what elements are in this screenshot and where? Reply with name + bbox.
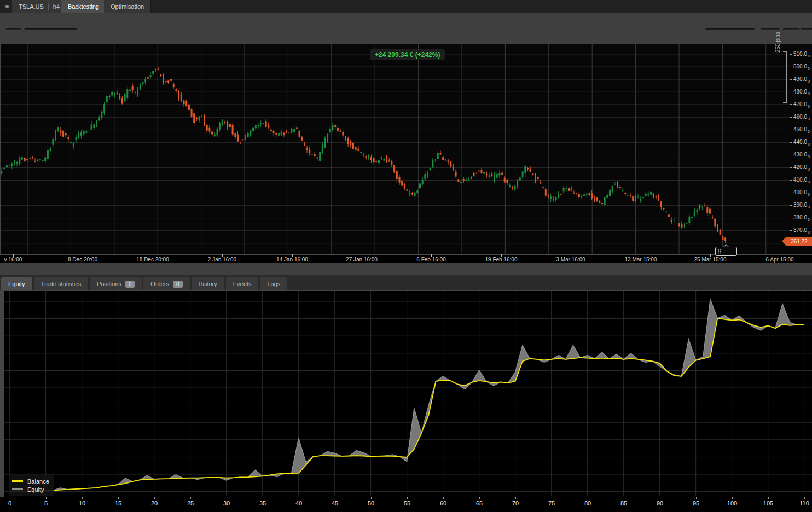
equity-x-tick-mark bbox=[804, 497, 805, 499]
time-tick-label: 18 Dec 20:00 bbox=[136, 257, 169, 263]
status-dot-icon bbox=[5, 5, 9, 8]
time-axis[interactable] bbox=[0, 254, 812, 263]
tab-logs[interactable]: Logs bbox=[260, 277, 287, 290]
equity-x-tick-label: 60 bbox=[440, 500, 446, 507]
price-tick-label: 450.00 bbox=[790, 126, 810, 133]
time-tick-label: 8 Dec 20:00 bbox=[68, 257, 97, 263]
price-tick-label: 440.00 bbox=[790, 139, 810, 146]
equity-x-tick-label: 100 bbox=[727, 500, 737, 507]
price-tag-arrow-icon bbox=[782, 237, 786, 246]
equity-x-tick-label: 30 bbox=[223, 500, 230, 507]
symbol-label: TSLA.US bbox=[19, 3, 44, 10]
tick-mark bbox=[790, 92, 792, 92]
price-tick-label: 500.00 bbox=[790, 63, 810, 70]
legend-swatch bbox=[12, 488, 23, 490]
price-tick-label: 420.00 bbox=[790, 165, 810, 171]
equity-x-tick-label: 40 bbox=[295, 500, 302, 507]
equity-x-tick-mark bbox=[552, 497, 552, 499]
tick-mark bbox=[790, 193, 792, 193]
price-tick-label: 410.00 bbox=[790, 177, 810, 184]
equity-x-tick-mark bbox=[515, 497, 516, 499]
equity-x-tick-mark bbox=[768, 497, 769, 499]
time-tick-label: 19 Feb 16:00 bbox=[485, 257, 518, 263]
equity-x-tick-label: 45 bbox=[332, 500, 338, 507]
tick-mark bbox=[790, 230, 792, 231]
tab-positions[interactable]: Positions0 bbox=[90, 277, 142, 290]
equity-x-tick-mark bbox=[407, 497, 408, 499]
equity-x-tick-mark bbox=[299, 497, 299, 499]
tab-optimisation[interactable]: Optimisation bbox=[104, 0, 151, 13]
chart-scrollbar[interactable]: ◀ bbox=[0, 263, 812, 275]
time-tick-label: 3 Mar 16:00 bbox=[556, 257, 585, 263]
tab-events[interactable]: Events bbox=[226, 277, 259, 290]
tick-mark bbox=[790, 167, 792, 168]
equity-legend: BalanceEquity bbox=[9, 475, 54, 496]
backtesting-app: TSLA.US h4 Backtesting Optimisation ⚙ 06… bbox=[0, 0, 812, 512]
price-tick-label: 430.00 bbox=[790, 152, 810, 158]
equity-x-tick-mark bbox=[732, 497, 733, 499]
time-tick-label: 2 Jan 16:00 bbox=[208, 257, 236, 263]
equity-x-tick-label: 0 bbox=[8, 500, 11, 507]
tab-history[interactable]: History bbox=[192, 277, 224, 290]
scale-bracket bbox=[783, 51, 787, 103]
tab-label: Equity bbox=[8, 281, 25, 287]
equity-x-tick-label: 25 bbox=[187, 500, 194, 507]
equity-x-tick-label: 15 bbox=[115, 500, 121, 507]
equity-x-tick-label: 90 bbox=[657, 500, 663, 507]
equity-x-tick-mark bbox=[588, 497, 588, 499]
toolbar: ⚙ 06/08/2019 ▼ 28/03/2026 ▼ ▶ ■ bbox=[0, 13, 812, 30]
time-tick-label: 25 Mar 15:00 bbox=[694, 257, 727, 263]
tab-symbol[interactable]: TSLA.US h4 bbox=[12, 0, 67, 13]
equity-x-tick-mark bbox=[335, 497, 335, 499]
price-axis-border bbox=[790, 44, 790, 254]
equity-x-tick-mark bbox=[118, 497, 119, 499]
equity-x-tick-mark bbox=[82, 497, 83, 499]
tick-mark bbox=[790, 142, 792, 143]
time-tick-label: 6 Feb 16:00 bbox=[416, 257, 445, 263]
equity-x-tick-mark bbox=[227, 497, 227, 499]
legend-swatch bbox=[12, 480, 23, 482]
price-tick-label: 460.00 bbox=[790, 114, 810, 120]
equity-x-tick-mark bbox=[660, 497, 660, 499]
visual-mode-row: Visual Mode 27/03/2026 21:54:00 Speed: 1… bbox=[0, 30, 812, 44]
price-tick-label: 390.00 bbox=[790, 202, 810, 209]
equity-x-tick-mark bbox=[46, 497, 47, 499]
equity-x-tick-mark bbox=[696, 497, 697, 499]
equity-x-tick-mark bbox=[371, 497, 372, 499]
tick-mark bbox=[790, 218, 792, 218]
price-tick-label: 470.00 bbox=[790, 101, 810, 108]
equity-x-tick-label: 50 bbox=[368, 500, 374, 507]
equity-x-tick-label: 35 bbox=[259, 500, 266, 507]
price-tick-label: 510.00 bbox=[790, 51, 810, 57]
price-tick-label: 380.00 bbox=[790, 215, 810, 222]
tick-mark bbox=[790, 180, 792, 181]
time-tick-label: 6 Apr 15:00 bbox=[765, 257, 793, 263]
legend-item-balance: Balance bbox=[12, 477, 49, 485]
tab-trade-statistics[interactable]: Trade statistics bbox=[34, 277, 89, 290]
equity-x-tick-label: 5 bbox=[44, 500, 48, 507]
equity-x-tick-mark bbox=[263, 497, 263, 499]
timeframe-label: h4 bbox=[48, 3, 60, 10]
equity-x-tick-label: 110 bbox=[799, 500, 809, 507]
tab-equity[interactable]: Equity bbox=[1, 277, 32, 290]
price-tick-label: 400.00 bbox=[790, 190, 810, 196]
tick-mark bbox=[790, 54, 792, 55]
tab-orders[interactable]: Orders0 bbox=[143, 277, 189, 290]
cursor-position-marker[interactable] bbox=[715, 247, 737, 256]
equity-x-tick-label: 65 bbox=[476, 500, 483, 507]
price-tick-label: 370.00 bbox=[790, 228, 810, 234]
equity-panel bbox=[0, 290, 812, 497]
tick-mark bbox=[790, 117, 792, 118]
tick-mark bbox=[790, 104, 792, 105]
scale-label: 250 pips bbox=[775, 32, 781, 53]
time-tick-label: v 16:00 bbox=[4, 257, 22, 263]
tab-label: Orders bbox=[150, 281, 169, 287]
current-time-cursor bbox=[728, 44, 728, 254]
count-badge: 0 bbox=[125, 281, 135, 288]
candlestick-plot bbox=[0, 44, 790, 254]
equity-left-gutter bbox=[0, 290, 4, 497]
tab-label: Trade statistics bbox=[41, 281, 82, 287]
tab-backtesting[interactable]: Backtesting bbox=[61, 0, 106, 13]
equity-x-tick-mark bbox=[624, 497, 624, 499]
tick-mark bbox=[790, 79, 792, 80]
